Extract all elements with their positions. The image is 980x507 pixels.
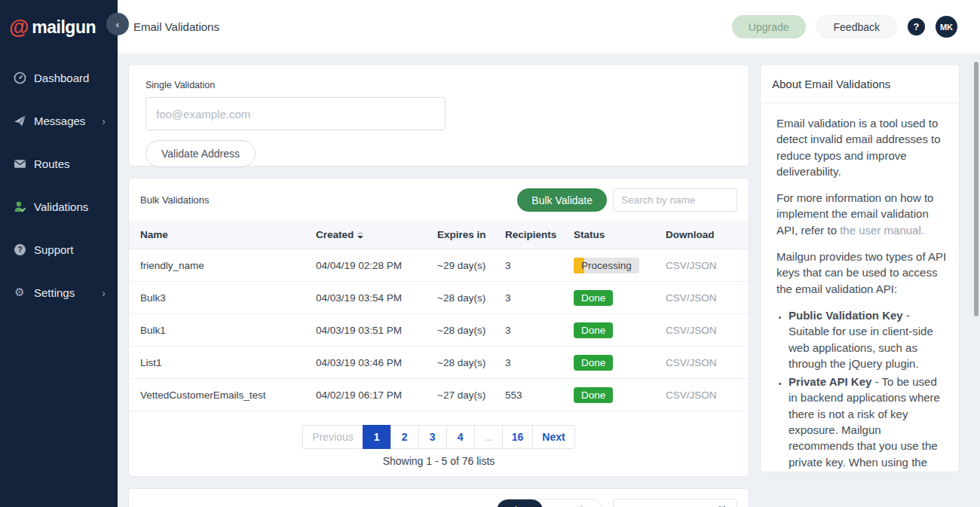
recipients-count: 3 xyxy=(505,292,574,304)
mailgun-logo[interactable]: @ mailgun xyxy=(0,0,118,42)
toggle-month-button[interactable]: month xyxy=(543,499,602,507)
sort-icon[interactable] xyxy=(357,231,363,239)
list-item: Public Validation Key - Suitable for use… xyxy=(789,307,947,371)
about-paragraph: Mailgun provides two types of API keys t… xyxy=(776,249,947,297)
table-header-row: Name Created Expires in Recipients Statu… xyxy=(129,221,749,249)
sidebar-item-messages[interactable]: Messages › xyxy=(0,108,118,133)
sidebar-item-label: Routes xyxy=(34,157,70,170)
sidebar-item-routes[interactable]: Routes xyxy=(0,151,118,176)
created-date: 04/04/19 02:28 PM xyxy=(316,260,437,271)
pagination-page-button[interactable]: 16 xyxy=(502,425,534,449)
sidebar-item-label: Settings xyxy=(34,286,75,299)
download-link[interactable]: CSV/JSON xyxy=(666,325,717,336)
recipients-count: 3 xyxy=(505,325,574,336)
mailgun-logo-text: mailgun xyxy=(32,17,96,38)
pagination-page-button[interactable]: 2 xyxy=(390,425,419,449)
bulk-validations-table: Name Created Expires in Recipients Statu… xyxy=(129,221,749,411)
recipients-count: 3 xyxy=(505,260,574,271)
sidebar-item-label: Dashboard xyxy=(34,72,89,84)
download-link[interactable]: CSV/JSON xyxy=(666,260,717,271)
list-name: List1 xyxy=(140,357,316,368)
created-date: 04/02/19 06:17 PM xyxy=(316,389,437,401)
status-badge: Done xyxy=(574,290,613,306)
expires-in: ~27 day(s) xyxy=(437,389,505,401)
sidebar-item-dashboard[interactable]: Dashboard xyxy=(0,65,118,90)
bulk-validations-title: Bulk Validations xyxy=(140,194,210,206)
gear-icon: ⚙ xyxy=(13,286,26,299)
upgrade-button[interactable]: Upgrade xyxy=(732,15,806,38)
single-validation-card: Single Validation Validate Address xyxy=(128,64,749,166)
list-name: friendly_name xyxy=(140,260,316,271)
sidebar: @ mailgun Dashboard Messages › Routes xyxy=(0,0,118,507)
sidebar-collapse-button[interactable]: ‹ xyxy=(106,13,129,35)
sidebar-item-validations[interactable]: Validations xyxy=(0,194,118,219)
recipients-count: 553 xyxy=(505,389,574,401)
user-manual-link[interactable]: the user manual. xyxy=(840,224,924,237)
pagination-page-button[interactable]: 3 xyxy=(418,425,447,449)
column-header-name: Name xyxy=(140,229,316,240)
chevron-left-icon: ‹ xyxy=(116,19,119,30)
download-link[interactable]: CSV/JSON xyxy=(666,389,717,401)
sidebar-item-label: Validations xyxy=(34,200,88,213)
search-input[interactable] xyxy=(613,188,737,212)
expires-in: ~28 day(s) xyxy=(437,357,505,368)
chevron-right-icon: › xyxy=(102,286,106,299)
table-row: Bulk1 04/03/19 03:51 PM ~28 day(s) 3 Don… xyxy=(129,314,749,347)
validations-activity-card: Validations Activity day month 03/08/19 … xyxy=(128,488,749,507)
validate-address-button[interactable]: Validate Address xyxy=(145,140,256,167)
column-header-download: Download xyxy=(666,229,749,240)
column-header-created[interactable]: Created xyxy=(316,229,437,240)
chevron-right-icon: › xyxy=(102,115,106,127)
status-badge: Done xyxy=(574,387,613,403)
mailgun-logo-icon: @ xyxy=(9,17,29,38)
column-header-status: Status xyxy=(574,229,666,240)
sidebar-item-support[interactable]: ? Support xyxy=(0,237,118,262)
list-item: Private API Key - To be used in backend … xyxy=(789,374,947,472)
top-bar: Email Validations Upgrade Feedback ? MK xyxy=(118,0,980,53)
recipients-count: 3 xyxy=(505,357,574,368)
status-badge: Done xyxy=(574,322,613,338)
sidebar-item-label: Support xyxy=(34,243,74,256)
toggle-day-button[interactable]: day xyxy=(497,499,544,507)
avatar[interactable]: MK xyxy=(936,16,957,38)
email-validation-input[interactable] xyxy=(145,97,446,130)
support-icon: ? xyxy=(13,243,26,256)
single-validation-title: Single Validation xyxy=(145,80,732,90)
page-scrollbar[interactable] xyxy=(974,62,978,316)
sidebar-nav: Dashboard Messages › Routes Validations … xyxy=(0,65,118,305)
page-title: Email Validations xyxy=(133,20,219,33)
column-header-recipients: Recipients xyxy=(505,229,574,240)
table-row: Bulk3 04/03/19 03:54 PM ~28 day(s) 3 Don… xyxy=(129,282,749,314)
pagination-ellipsis: ... xyxy=(474,425,503,449)
about-panel-title: About Email Validations xyxy=(761,65,959,103)
status-badge: Done xyxy=(574,355,613,371)
pagination-page-button[interactable]: 1 xyxy=(363,425,391,449)
envelope-icon xyxy=(13,157,26,170)
table-row: List1 04/03/19 03:46 PM ~28 day(s) 3 Don… xyxy=(129,347,749,379)
dashboard-icon xyxy=(13,71,26,84)
download-link[interactable]: CSV/JSON xyxy=(666,357,717,368)
status-badge: Processing xyxy=(574,258,639,273)
sidebar-item-settings[interactable]: ⚙ Settings › xyxy=(0,279,118,305)
help-icon[interactable]: ? xyxy=(908,18,925,35)
date-range-picker[interactable]: 03/08/19 - 03/07/19 xyxy=(613,499,737,507)
pagination-next-button[interactable]: Next xyxy=(532,425,574,449)
pagination: Previous 1 2 3 4 ... 16 Next xyxy=(129,425,749,449)
pagination-previous-button[interactable]: Previous xyxy=(302,425,363,449)
created-date: 04/03/19 03:46 PM xyxy=(316,357,437,368)
day-month-toggle: day month xyxy=(496,499,602,507)
about-paragraph: For more information on how to implement… xyxy=(776,190,947,238)
feedback-button[interactable]: Feedback xyxy=(816,15,897,38)
table-row: friendly_name 04/04/19 02:28 PM ~29 day(… xyxy=(129,249,749,282)
validations-icon xyxy=(13,200,26,213)
pagination-summary: Showing 1 - 5 of 76 lists xyxy=(129,455,749,467)
bulk-validate-button[interactable]: Bulk Validate xyxy=(517,188,607,212)
created-date: 04/03/19 03:54 PM xyxy=(316,292,437,304)
about-panel: About Email Validations Email validation… xyxy=(760,64,960,472)
list-name: VettedCustomerEmails_test xyxy=(140,389,316,401)
expires-in: ~28 day(s) xyxy=(437,292,505,304)
pagination-page-button[interactable]: 4 xyxy=(446,425,475,449)
bulk-validations-card: Bulk Validations Bulk Validate Name Crea… xyxy=(128,178,749,477)
sidebar-item-label: Messages xyxy=(34,115,85,127)
download-link[interactable]: CSV/JSON xyxy=(666,292,717,304)
